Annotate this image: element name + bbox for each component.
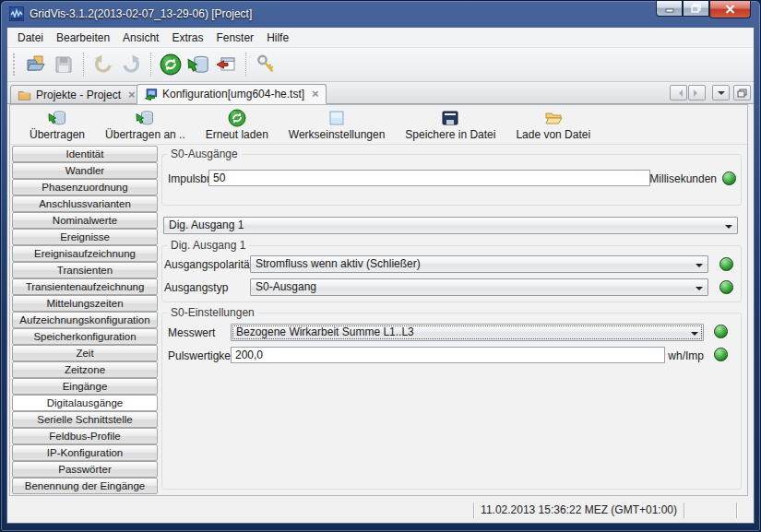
sidebar-item[interactable]: Serielle Schnittstelle <box>12 411 158 428</box>
button-label: Übertragen <box>30 128 85 141</box>
sidebar-item[interactable]: Feldbus-Profile <box>12 428 158 444</box>
database-arrow-icon <box>136 109 154 127</box>
sidebar-item[interactable]: Aufzeichnungskonfiguration <box>12 312 158 328</box>
toolbar-grip <box>13 53 16 76</box>
chevron-down-icon <box>725 225 732 232</box>
menu-item-datei[interactable]: Datei <box>11 30 50 46</box>
sidebar-item[interactable]: Identität <box>12 146 158 162</box>
import-window-button[interactable] <box>213 52 239 77</box>
sidebar-item[interactable]: Zeit <box>12 345 158 361</box>
redo-button[interactable] <box>118 52 144 77</box>
menu-item-ansicht[interactable]: Ansicht <box>116 30 165 46</box>
transfer-database-button[interactable] <box>185 52 211 77</box>
sidebar-item[interactable]: Ereignisaufzeichnung <box>12 245 158 262</box>
chevron-down-icon <box>691 332 698 339</box>
save-button[interactable] <box>51 52 77 77</box>
sidebar-item[interactable]: Transientenaufzeichnung <box>12 278 158 295</box>
status-led <box>714 325 728 338</box>
chevron-down-icon <box>696 264 703 271</box>
open-folder-icon <box>25 53 47 76</box>
maximize-view-button[interactable] <box>733 85 751 100</box>
toolbar-separator <box>150 53 151 77</box>
menu-item-fenster[interactable]: Fenster <box>209 30 260 46</box>
toolbar-separator <box>245 53 246 77</box>
speichere-in-datei-button[interactable]: Speichere in Datei <box>395 107 505 143</box>
settings-panel: S0-Ausgänge Impulsbreite Millisekunden D… <box>160 146 747 495</box>
status-led <box>719 280 733 294</box>
uebertragen-an-button[interactable]: Übertragen an .. <box>95 107 196 143</box>
werkseinstellungen-button[interactable]: Werkseinstellungen <box>279 107 396 143</box>
key-icon <box>255 53 277 76</box>
tab-konfiguration[interactable]: Konfiguration[umg604-he.tst] × <box>137 84 327 104</box>
menu-item-bearbeiten[interactable]: Bearbeiten <box>50 30 116 46</box>
titlebar: GridVis-3.1.2(2013-02-07_13-29-06) [Proj… <box>1 1 760 27</box>
sidebar-item[interactable]: Zeitzone <box>12 361 158 378</box>
uebertragen-button[interactable]: Übertragen <box>19 107 95 143</box>
sidebar-item[interactable]: IP-Konfiguration <box>12 444 158 461</box>
impulsbreite-input[interactable] <box>208 170 650 186</box>
combobox-value: Stromfluss wenn aktiv (Schließer) <box>256 257 421 270</box>
ausgangstyp-combobox[interactable]: S0-Ausgang <box>250 278 708 296</box>
open-project-button[interactable] <box>23 52 49 77</box>
tab-scroll-left-button[interactable] <box>670 85 687 100</box>
lade-von-datei-button[interactable]: Lade von Datei <box>505 107 600 143</box>
group-title: S0-Ausgänge <box>167 148 242 160</box>
statusbar-separator <box>684 502 684 518</box>
minimize-button[interactable] <box>656 1 683 17</box>
sync-icon <box>160 53 182 76</box>
status-led <box>719 257 733 271</box>
undo-icon <box>92 53 114 76</box>
status-led <box>714 348 728 361</box>
sidebar-item[interactable]: Anschlussvarianten <box>12 195 158 212</box>
restore-button[interactable] <box>683 1 709 17</box>
tab-list-dropdown-button[interactable] <box>712 85 730 100</box>
pulswertigkeit-label: Pulswertigkeit <box>168 349 236 362</box>
close-button[interactable] <box>709 1 751 18</box>
window-arrow-icon <box>215 53 237 76</box>
group-title: Dig. Ausgang 1 <box>167 239 249 252</box>
messwert-combobox[interactable]: Bezogene Wirkarbeit Summe L1..L3 <box>231 324 704 341</box>
menu-item-hilfe[interactable]: Hilfe <box>260 30 295 46</box>
pulswertigkeit-input[interactable] <box>231 347 665 363</box>
sidebar-item[interactable]: Passwörter <box>12 461 158 478</box>
reload-device-button[interactable] <box>158 52 184 77</box>
folder-icon <box>18 89 31 101</box>
tab-label: Konfiguration[umg604-he.tst] <box>162 88 304 100</box>
status-led <box>722 171 736 185</box>
window-body: DateiBearbeitenAnsichtExtrasFensterHilfe… <box>6 27 755 524</box>
statusbar-separator <box>736 502 737 518</box>
sidebar-item[interactable]: Nominalwerte <box>12 212 158 229</box>
sidebar-item[interactable]: Phasenzuordnung <box>12 179 158 195</box>
tab-close-icon[interactable]: × <box>128 90 136 100</box>
sidebar-item[interactable]: Wandler <box>12 162 158 179</box>
reload-icon <box>228 109 246 127</box>
save-to-file-icon <box>441 109 459 127</box>
ausgangspolaritaet-combobox[interactable]: Stromfluss wenn aktiv (Schließer) <box>250 255 708 273</box>
tab-projekte[interactable]: Projekte - Project × <box>10 85 143 104</box>
sidebar-item[interactable]: Eingänge <box>12 378 158 395</box>
main-toolbar <box>7 48 754 82</box>
chevron-down-icon <box>696 287 703 294</box>
database-arrow-icon <box>48 109 66 127</box>
erneut-laden-button[interactable]: Erneut laden <box>196 107 279 143</box>
tab-bar: Projekte - Project × Konfiguration[umg60… <box>7 82 754 104</box>
undo-button[interactable] <box>90 52 116 77</box>
tab-close-icon[interactable]: × <box>312 89 319 99</box>
sidebar-item[interactable]: Mittelungszeiten <box>12 295 158 312</box>
sidebar-item[interactable]: Benennung der Eingänge <box>12 478 158 494</box>
messwert-label: Messwert <box>168 326 215 339</box>
database-arrow-icon <box>187 53 209 76</box>
sidebar-item[interactable]: Transienten <box>12 262 158 278</box>
password-key-button[interactable] <box>253 52 279 77</box>
combobox-value: Bezogene Wirkarbeit Summe L1..L3 <box>236 325 414 338</box>
chevron-right-icon <box>694 89 701 97</box>
sidebar-item[interactable]: Digitalausgänge <box>12 395 158 411</box>
sidebar-item[interactable]: Speicherkonfiguration <box>12 328 158 345</box>
menu-item-extras[interactable]: Extras <box>165 30 209 46</box>
output-selector-combobox[interactable]: Dig. Ausgang 1 <box>163 217 738 234</box>
button-label: Lade von Datei <box>516 128 590 141</box>
sidebar-item[interactable]: Ereignisse <box>12 229 158 245</box>
document-area: Übertragen Übertragen an .. Erneut laden… <box>9 104 748 496</box>
tab-scroll-right-button[interactable] <box>688 85 706 100</box>
group-s0-ausgaenge: S0-Ausgänge Impulsbreite Millisekunden <box>161 154 742 206</box>
